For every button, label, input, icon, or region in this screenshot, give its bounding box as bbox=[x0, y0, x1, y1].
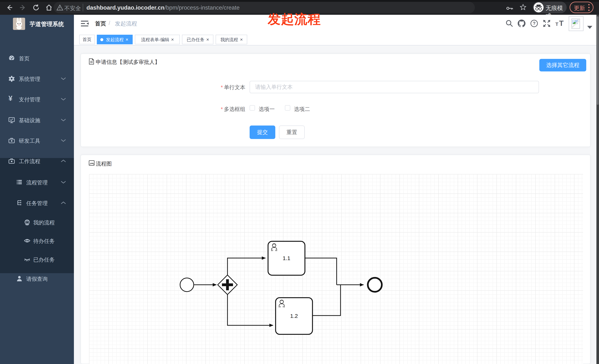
url-path: /bpm/process-instance/create bbox=[164, 4, 240, 11]
gateway-plus-icon bbox=[226, 279, 229, 290]
single-line-text-input[interactable] bbox=[250, 81, 539, 93]
dashboard-icon bbox=[9, 55, 15, 61]
toolbox-icon bbox=[9, 137, 15, 144]
page-root: 不安全 dashboard.yudao.iocoder.cn/bpm/proce… bbox=[0, 0, 599, 364]
sidebar-item-my-process[interactable]: 我的流程 bbox=[0, 215, 74, 230]
required-mark: * bbox=[221, 84, 223, 90]
sidebar-item-dev-tools[interactable]: 研发工具 bbox=[0, 133, 74, 148]
tab-label: 首页 bbox=[81, 37, 93, 42]
field-label-single-line-text: *单行文本 bbox=[197, 84, 245, 91]
tab-home[interactable]: 首页 bbox=[79, 35, 95, 44]
tab-done-tasks[interactable]: 已办任务× bbox=[182, 35, 213, 44]
reset-button[interactable]: 重置 bbox=[279, 126, 305, 139]
avatar[interactable] bbox=[569, 16, 583, 31]
hamburger-collapse-icon[interactable] bbox=[80, 20, 89, 27]
bookmark-star-icon[interactable] bbox=[520, 4, 527, 11]
checkbox-option-one[interactable] bbox=[250, 105, 255, 110]
sidebar-item-task-management[interactable]: 任务管理 bbox=[0, 196, 74, 211]
forward-icon[interactable] bbox=[19, 4, 26, 11]
close-icon[interactable]: × bbox=[125, 37, 129, 42]
flow-card-title: 流程图 bbox=[96, 160, 112, 168]
font-size-icon[interactable]: TT bbox=[555, 20, 565, 27]
picture-icon bbox=[89, 160, 95, 166]
user-icon bbox=[16, 275, 23, 282]
tab-label: 已办任务 bbox=[185, 37, 205, 42]
breadcrumb-home[interactable]: 首页 bbox=[95, 20, 106, 27]
bpmn-flow-task2-out bbox=[312, 285, 341, 316]
back-icon[interactable] bbox=[6, 4, 13, 11]
browser-tab-strip bbox=[0, 0, 599, 2]
gear-icon bbox=[9, 76, 15, 82]
tags-view-bar: 首页 发起流程× 流程表单-编辑× 已办任务× 我的流程× bbox=[74, 32, 599, 45]
tab-process-form-edit[interactable]: 流程表单-编辑× bbox=[135, 35, 180, 44]
scrollbar-thumb[interactable] bbox=[597, 16, 599, 105]
page-scrollbar[interactable] bbox=[596, 15, 599, 364]
breadcrumb-current: 发起流程 bbox=[115, 20, 137, 27]
security-label: 不安全 bbox=[64, 5, 81, 12]
update-label: 更新 bbox=[574, 4, 585, 12]
search-icon[interactable] bbox=[505, 20, 513, 27]
warning-icon bbox=[57, 4, 63, 11]
incognito-badge: 无痕模式 bbox=[533, 2, 567, 13]
sidebar-item-payment[interactable]: ¥ 支付管理 bbox=[0, 92, 74, 107]
font-size-small-glyph: T bbox=[555, 21, 558, 27]
url-divider bbox=[83, 4, 83, 11]
submit-button[interactable]: 提交 bbox=[250, 126, 275, 139]
checkbox-option-two[interactable] bbox=[285, 105, 290, 110]
sidebar-item-done-tasks[interactable]: 已办任务 bbox=[0, 252, 74, 267]
chevron-down-icon bbox=[61, 180, 66, 184]
reload-icon[interactable] bbox=[33, 4, 40, 11]
sidebar-item-label: 待办任务 bbox=[33, 237, 55, 245]
list-icon bbox=[16, 179, 23, 185]
sidebar-item-label: 基础设施 bbox=[19, 117, 40, 124]
help-icon[interactable]: ? bbox=[530, 20, 538, 27]
bpmn-start-event bbox=[180, 278, 194, 292]
checkbox-label-option-one[interactable]: 选项一 bbox=[259, 106, 275, 113]
sidebar-item-label: 系统管理 bbox=[19, 76, 40, 83]
sidebar-item-label: 支付管理 bbox=[19, 96, 40, 103]
chevron-up-icon bbox=[61, 159, 66, 163]
chevron-down-icon bbox=[61, 118, 66, 122]
sidebar-item-process-management[interactable]: 流程管理 bbox=[0, 175, 74, 190]
github-icon[interactable] bbox=[518, 20, 526, 27]
close-icon[interactable]: × bbox=[205, 37, 210, 42]
tab-label: 流程表单-编辑 bbox=[140, 37, 170, 42]
tab-label: 我的流程 bbox=[219, 37, 239, 42]
annotation-overlay-title: 发起流程 bbox=[268, 11, 321, 28]
url-host: dashboard.yudao.iocoder.cn bbox=[87, 4, 164, 11]
incognito-icon bbox=[534, 2, 544, 12]
fullscreen-icon[interactable] bbox=[543, 20, 551, 27]
sidebar-item-workflow[interactable]: 工作流程 bbox=[0, 154, 74, 169]
close-icon[interactable]: × bbox=[170, 37, 175, 42]
tree-icon bbox=[16, 200, 23, 206]
eye-closed-icon bbox=[24, 256, 30, 262]
sidebar-item-home[interactable]: 首页 bbox=[0, 51, 74, 66]
chevron-down-icon bbox=[61, 139, 66, 142]
sidebar-item-label: 任务管理 bbox=[26, 200, 48, 207]
address-bar[interactable]: 不安全 dashboard.yudao.iocoder.cn/bpm/proce… bbox=[53, 2, 475, 13]
sidebar-item-todo-tasks[interactable]: 待办任务 bbox=[0, 234, 74, 248]
sidebar-item-label: 流程管理 bbox=[26, 179, 48, 186]
close-icon[interactable]: × bbox=[239, 37, 244, 42]
checkbox-label-option-two[interactable]: 选项二 bbox=[294, 106, 310, 113]
app-logo[interactable] bbox=[13, 18, 25, 30]
required-mark: * bbox=[221, 106, 223, 112]
bpmn-diagram: 1.1 1.2 bbox=[89, 174, 583, 364]
tab-start-process[interactable]: 发起流程× bbox=[97, 35, 133, 44]
sidebar-item-leave-query[interactable]: 请假查询 bbox=[0, 271, 74, 286]
sidebar-item-system[interactable]: 系统管理 bbox=[0, 71, 74, 86]
document-icon bbox=[89, 58, 94, 65]
bpmn-flow-gateway-to-task1 bbox=[228, 258, 265, 275]
avatar-dropdown-caret-icon[interactable] bbox=[587, 26, 592, 29]
sidebar-item-label: 研发工具 bbox=[19, 137, 40, 145]
sidebar-item-infrastructure[interactable]: 基础设施 bbox=[0, 113, 74, 127]
key-icon[interactable] bbox=[506, 5, 513, 12]
choose-other-process-button[interactable]: 选择其它流程 bbox=[539, 59, 586, 71]
tab-my-process[interactable]: 我的流程× bbox=[216, 35, 247, 44]
yen-icon: ¥ bbox=[9, 94, 12, 102]
update-button[interactable]: 更新 bbox=[570, 2, 593, 13]
active-tab-dot bbox=[100, 38, 103, 41]
bpmn-flow-task1-out bbox=[305, 258, 337, 285]
home-icon[interactable] bbox=[45, 4, 53, 11]
sidebar-item-label: 首页 bbox=[19, 55, 30, 62]
